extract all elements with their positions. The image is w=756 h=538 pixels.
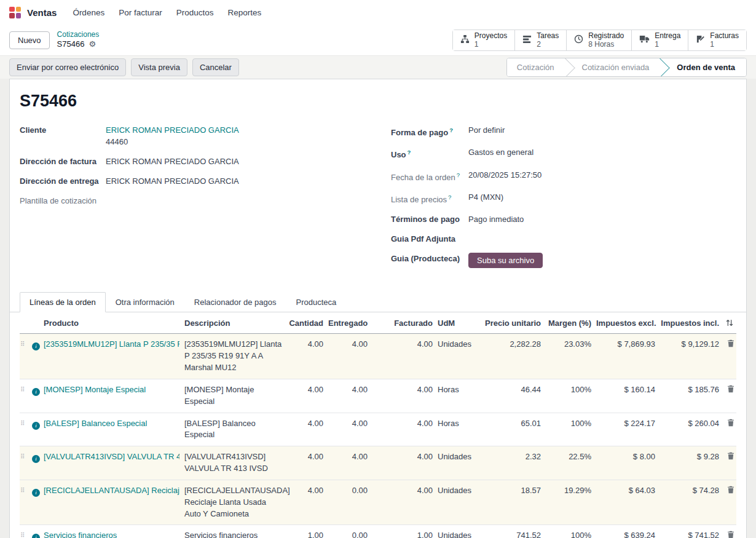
trash-icon[interactable] [727,386,734,395]
usage-value[interactable]: Gastos en general [468,146,534,160]
col-producto[interactable]: Producto [32,312,182,332]
invoice-address-value[interactable]: ERICK ROMAN PRECIADO GARCIA [106,156,239,167]
line-unit-price[interactable]: 18.57 [482,480,543,502]
line-invoiced[interactable]: 4.00 [370,334,435,355]
col-cantidad[interactable]: Cantidad [285,312,326,332]
line-quantity[interactable]: 4.00 [285,446,326,468]
nav-item-ordenes[interactable]: Órdenes [73,8,104,17]
table-row[interactable]: ⠿ i [MONESP] Montaje Especial [MONESP] M… [20,379,736,413]
upload-file-button[interactable]: Suba su archivo [468,253,543,268]
info-icon[interactable]: i [32,342,40,350]
cancel-button[interactable]: Cancelar [192,58,239,76]
trash-icon[interactable] [727,486,734,496]
quotation-template-value[interactable] [106,195,179,207]
line-quantity[interactable]: 4.00 [285,480,326,502]
help-marker[interactable]: ? [408,149,411,156]
line-delivered[interactable]: 0.00 [326,480,370,502]
pricelist-value[interactable]: P4 (MXN) [468,191,503,205]
line-unit-price[interactable]: 2,282.28 [482,334,543,355]
line-invoiced[interactable]: 4.00 [370,480,435,502]
line-delivered[interactable]: 0.00 [326,525,370,538]
drag-handle-icon[interactable]: ⠿ [20,480,32,496]
line-uom[interactable]: Unidades [435,334,482,355]
line-invoiced[interactable]: 4.00 [370,413,435,435]
customer-link[interactable]: ERICK ROMAN PRECIADO GARCIA [106,125,239,135]
status-step-cotizacion[interactable]: Cotización [507,58,565,76]
line-description[interactable]: [MONESP] Montaje Especial [182,379,285,413]
line-quantity[interactable]: 4.00 [285,379,326,401]
line-description[interactable]: Servicios financieros [182,525,285,538]
table-row[interactable]: ⠿ i [VALVULATR413IVSD] VALVULA TR 413 IV… [20,446,736,480]
col-udm[interactable]: UdM [435,312,482,332]
product-link[interactable]: [MONESP] Montaje Especial [44,384,146,396]
line-uom[interactable]: Unidades [435,446,482,468]
col-facturado[interactable]: Facturado [370,312,435,332]
line-description[interactable]: [BALESP] Balanceo Especial [182,413,285,446]
line-delivered[interactable]: 4.00 [326,334,370,355]
table-row[interactable]: ⠿ i [2353519MLMU12P] Llanta P 235/35 R19… [20,334,736,379]
line-description[interactable]: [2353519MLMU12P] Llanta P 235/35 R19 91Y… [182,334,285,379]
breadcrumb-parent-link[interactable]: Cotizaciones [57,30,100,39]
col-descripcion[interactable]: Descripción [182,312,285,332]
trash-icon[interactable] [727,531,734,538]
preview-button[interactable]: Vista previa [131,58,187,76]
line-description[interactable]: [RECICLAJELLANTAUSADA] Reciclaje Llanta … [182,480,285,525]
tab-otra-informacion[interactable]: Otra información [106,292,184,312]
product-link[interactable]: [VALVULATR413IVSD] VALVULA TR 413 IVSD [44,451,179,463]
col-precio-unitario[interactable]: Precio unitario [482,312,543,332]
help-marker[interactable]: ? [449,127,453,133]
stat-button-entrega[interactable]: Entrega 1 [631,30,688,50]
table-row[interactable]: ⠿ i [RECICLAJELLANTAUSADA] Reciclaje Lla… [20,480,736,526]
trash-icon[interactable] [727,453,734,462]
col-impuestos-excl[interactable]: Impuestos excl. [594,312,658,332]
line-invoiced[interactable]: 1.00 [370,525,435,538]
table-row[interactable]: ⠿ i [BALESP] Balanceo Especial [BALESP] … [20,413,736,447]
product-link[interactable]: Servicios financieros [44,530,117,538]
line-unit-price[interactable]: 2.32 [482,446,543,468]
stat-button-registrado[interactable]: Registrado 8 Horas [566,30,631,50]
line-uom[interactable]: Unidades [435,480,482,502]
status-step-orden-de-venta[interactable]: Orden de venta [660,58,746,76]
line-unit-price[interactable]: 65.01 [482,413,543,435]
apps-grid-icon[interactable] [9,7,21,18]
stat-button-tareas[interactable]: Tareas 2 [514,30,566,50]
line-delivered[interactable]: 4.00 [326,446,370,468]
new-button[interactable]: Nuevo [9,31,50,49]
nav-item-por-facturar[interactable]: Por facturar [119,8,162,17]
info-icon[interactable]: i [32,455,40,463]
app-name[interactable]: Ventas [27,7,57,18]
drag-handle-icon[interactable]: ⠿ [20,413,32,429]
product-link[interactable]: [BALESP] Balanceo Especial [44,418,147,430]
tab-relacionador-de-pagos[interactable]: Relacionador de pagos [184,292,286,312]
line-quantity[interactable]: 4.00 [285,334,326,355]
help-marker[interactable]: ? [448,194,451,200]
product-link[interactable]: [RECICLAJELLANTAUSADA] Reciclaje Llanta … [44,485,179,497]
line-quantity[interactable]: 1.00 [285,525,326,538]
line-quantity[interactable]: 4.00 [285,413,326,435]
payment-method-value[interactable]: Por definir [468,124,505,138]
drag-handle-icon[interactable]: ⠿ [20,334,32,349]
send-email-button[interactable]: Enviar por correo electrónico [9,58,126,76]
order-date-value[interactable]: 20/08/2025 15:27:50 [468,169,541,183]
trash-icon[interactable] [727,419,734,429]
line-delivered[interactable]: 4.00 [326,379,370,401]
gear-icon[interactable]: ⚙ [89,39,96,49]
col-margen[interactable]: Margen (%) [543,312,594,332]
nav-item-productos[interactable]: Productos [176,8,214,17]
pdf-guide-value[interactable] [468,233,542,245]
drag-handle-icon[interactable]: ⠿ [20,379,32,395]
table-row[interactable]: ⠿ i Servicios financieros Servicios fina… [20,525,736,538]
info-icon[interactable]: i [32,534,40,538]
stat-button-facturas[interactable]: Facturas 1 [688,30,746,50]
tab-lineas-de-la-orden[interactable]: Líneas de la orden [20,292,106,312]
payment-terms-value[interactable]: Pago inmediato [468,213,524,225]
line-uom[interactable]: Horas [435,413,482,435]
delivery-address-value[interactable]: ERICK ROMAN PRECIADO GARCIA [106,175,239,187]
line-invoiced[interactable]: 4.00 [370,446,435,468]
col-impuestos-incl[interactable]: Impuestos incl. [658,312,722,332]
line-invoiced[interactable]: 4.00 [370,379,435,401]
line-unit-price[interactable]: 46.44 [482,379,543,401]
col-entregado[interactable]: Entregado [326,312,370,332]
nav-item-reportes[interactable]: Reportes [227,8,261,17]
stat-button-proyectos[interactable]: Proyectos 1 [453,30,514,50]
